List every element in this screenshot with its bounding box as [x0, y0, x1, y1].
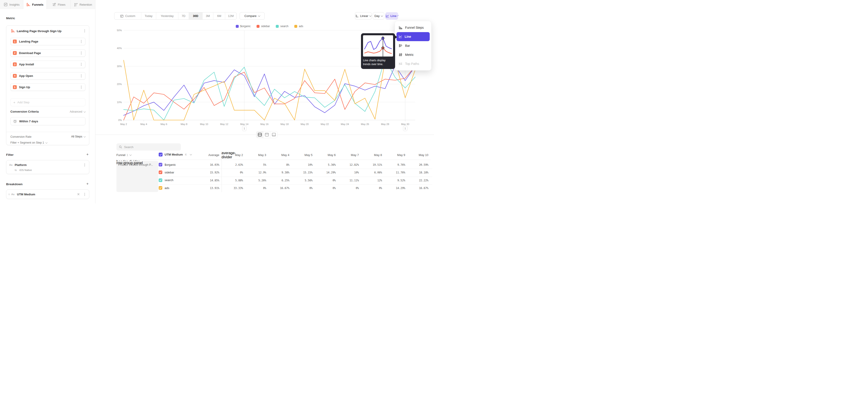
- granularity-selector[interactable]: Day: [373, 12, 384, 20]
- svg-text:May 22: May 22: [321, 123, 329, 125]
- date-header: May 6: [314, 153, 336, 157]
- date-header: May 5: [291, 153, 313, 157]
- cell-value: 11.76%: [384, 171, 405, 174]
- line-chart-tooltip: Line charts display trends over time.: [361, 33, 395, 69]
- cell-value: 5%: [245, 163, 266, 166]
- kebab-icon[interactable]: [80, 51, 83, 55]
- cell-value: 9.76%: [384, 163, 405, 166]
- menu-item-line[interactable]: Line: [397, 32, 430, 41]
- clock-icon: [13, 119, 17, 123]
- table-row: search 14.85% 5.88%5.26%6.25%5.56%0%11.1…: [95, 177, 434, 184]
- range-custom[interactable]: Custom: [114, 12, 141, 20]
- conversion-window-control[interactable]: Within 7 days: [10, 117, 86, 125]
- chevron-down-icon: [381, 14, 383, 17]
- svg-text:10%: 10%: [117, 101, 122, 103]
- add-step-button[interactable]: + Add Step: [10, 98, 86, 106]
- close-icon[interactable]: [77, 193, 80, 196]
- date-header: May 9: [384, 153, 405, 157]
- table-search[interactable]: [116, 143, 181, 151]
- menu-item-bar[interactable]: Bar: [397, 41, 430, 50]
- funnel-step-2[interactable]: 2 Download Page: [10, 49, 86, 57]
- series-checkbox-ads[interactable]: [159, 186, 162, 190]
- funnel-column-selector[interactable]: Funnel1: [116, 153, 131, 157]
- kebab-icon[interactable]: [80, 62, 83, 66]
- series-organic: [124, 66, 415, 115]
- svg-text:May 12: May 12: [220, 123, 228, 125]
- flows-icon: [52, 2, 56, 6]
- cell-value: 8%: [268, 163, 289, 166]
- cell-value: 20.59%: [407, 163, 428, 166]
- tab-flows[interactable]: Flows: [47, 0, 71, 9]
- layout-chart-top-button[interactable]: [264, 131, 270, 138]
- tooltip-caption: Line charts display trends over time.: [363, 59, 393, 66]
- tab-insights[interactable]: Insights: [0, 0, 23, 9]
- layout-chart-bottom-button[interactable]: [270, 131, 277, 138]
- funnel-step-5[interactable]: 5 Sign Up: [10, 84, 86, 91]
- funnel-step-4[interactable]: 4 App Open: [10, 72, 86, 80]
- kebab-icon[interactable]: [83, 29, 86, 33]
- range-3m[interactable]: 3M: [203, 12, 214, 20]
- search-input[interactable]: [124, 146, 179, 149]
- range-yesterday[interactable]: Yesterday: [156, 12, 178, 20]
- cell-value: 0%: [361, 187, 382, 190]
- series-checkbox-organic[interactable]: [159, 163, 162, 166]
- plus-icon: +: [13, 100, 16, 104]
- funnel-metric-card: Landing Page through Sign Up 1 Landing P…: [6, 25, 89, 145]
- cell-value: 6.25%: [268, 179, 289, 182]
- kebab-icon[interactable]: [80, 74, 83, 78]
- tab-retention[interactable]: Retention: [71, 0, 95, 9]
- svg-text:40%: 40%: [117, 47, 122, 50]
- menu-item-funnel-steps[interactable]: Funnel Steps: [397, 23, 430, 32]
- breakdown-table: Funnel1 UTM Medium4AverageMay 2May 3May …: [95, 151, 434, 196]
- add-breakdown-button[interactable]: +: [86, 182, 89, 186]
- calendar-icon: [120, 14, 124, 18]
- compare-button[interactable]: Compare: [240, 12, 265, 20]
- date-header: May 7: [338, 153, 359, 157]
- svg-text:30%: 30%: [117, 65, 122, 68]
- step-label: App Install: [19, 63, 77, 66]
- menu-item-metric[interactable]: Metric: [397, 50, 430, 59]
- step-label: App Open: [19, 74, 77, 77]
- drag-handle-icon[interactable]: [8, 193, 11, 196]
- cell-value: 5.88%: [221, 179, 243, 182]
- kebab-icon[interactable]: [80, 85, 83, 89]
- average-value: 13.91%: [194, 187, 219, 190]
- series-checkbox-sidebar[interactable]: [159, 170, 162, 174]
- scale-selector[interactable]: Linear: [355, 12, 372, 20]
- conversion-rate-selector[interactable]: All Steps: [71, 135, 86, 138]
- breakdown-checkbox[interactable]: [159, 153, 162, 156]
- range-today[interactable]: Today: [141, 12, 156, 20]
- funnel-title: Landing Page through Sign Up: [17, 29, 61, 33]
- tab-funnels[interactable]: Funnels: [23, 0, 47, 9]
- series-checkbox-search[interactable]: [159, 179, 162, 182]
- add-filter-button[interactable]: +: [86, 152, 89, 156]
- kebab-icon[interactable]: [80, 39, 83, 43]
- filter-operator: Is: [15, 169, 17, 171]
- filter-card[interactable]: Aa Platform Is iOS Native: [6, 160, 89, 174]
- cell-value: 16.67%: [407, 187, 428, 190]
- range-30d[interactable]: 30D: [189, 12, 203, 20]
- series-name: sidebar: [164, 171, 174, 174]
- kebab-icon[interactable]: [83, 163, 86, 167]
- range-12m[interactable]: 12M: [225, 12, 237, 20]
- range-7d[interactable]: 7D: [178, 12, 189, 20]
- advanced-toggle[interactable]: Advanced: [70, 110, 86, 113]
- cell-value: 12.82%: [338, 163, 359, 166]
- funnel-step-1[interactable]: 1 Landing Page: [10, 38, 86, 45]
- breakdown-card[interactable]: Aa UTM Medium: [6, 189, 89, 199]
- funnel-step-3[interactable]: 3 App Install: [10, 61, 86, 68]
- breakdown-column-selector[interactable]: UTM Medium4: [159, 153, 192, 156]
- filter-segment-toggle[interactable]: Filter + Segment on Step 1: [10, 141, 47, 144]
- menu-item-top-paths: Top Paths: [397, 59, 430, 68]
- cell-value: 18.18%: [407, 171, 428, 174]
- svg-text:May 14: May 14: [240, 123, 248, 125]
- chart-type-selector[interactable]: Line: [385, 12, 398, 20]
- svg-text:May 4: May 4: [141, 123, 147, 125]
- layout-split-horizontal-button[interactable]: [256, 131, 264, 138]
- table-row: $organic 16.03% 2.63%5%8%10%5.36%12.82%1…: [95, 161, 434, 169]
- kebab-icon[interactable]: [83, 192, 86, 196]
- svg-text:May 6: May 6: [160, 123, 167, 125]
- range-6m[interactable]: 6M: [213, 12, 225, 20]
- svg-text:1: 1: [244, 127, 245, 130]
- cell-value: 11.11%: [338, 179, 359, 182]
